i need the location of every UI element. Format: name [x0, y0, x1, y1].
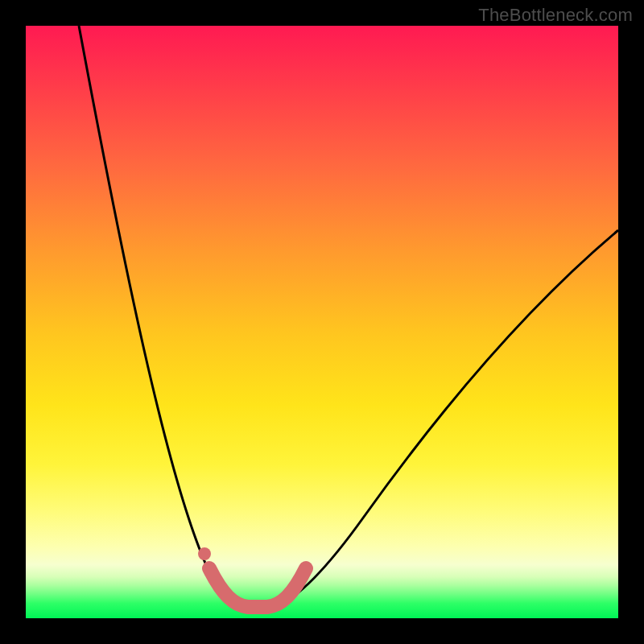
plot-area — [26, 26, 618, 618]
bottleneck-left-dot — [198, 547, 211, 560]
watermark-text: TheBottleneck.com — [478, 5, 633, 26]
curve-overlay — [26, 26, 618, 618]
bottleneck-bottom-highlight — [209, 568, 306, 607]
bottleneck-curve-right — [275, 230, 618, 607]
bottleneck-curve-left — [79, 26, 240, 607]
chart-outer-frame: TheBottleneck.com — [0, 0, 644, 644]
